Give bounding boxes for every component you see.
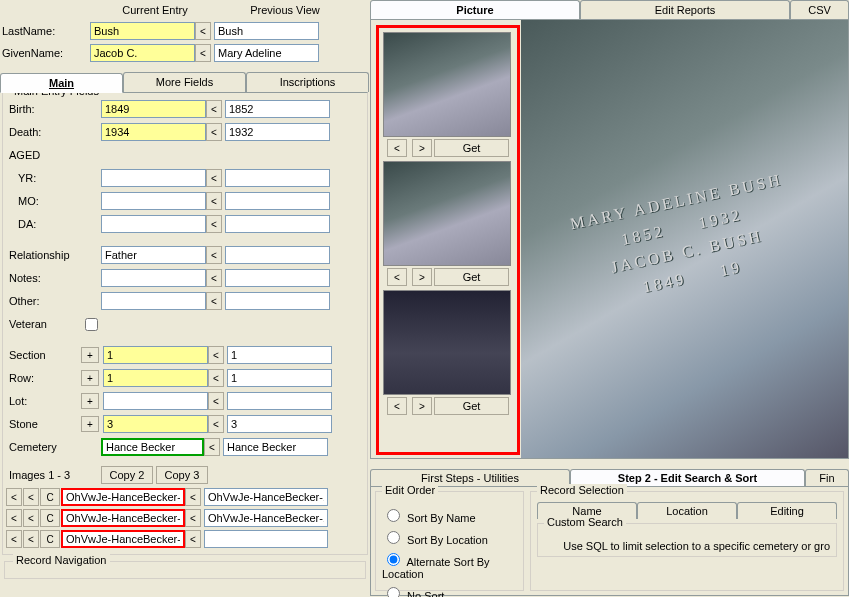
thumb3-prev-button[interactable]: < [387, 397, 407, 415]
givenname-current-input[interactable] [90, 44, 195, 62]
thumb2-next-button[interactable]: > [412, 268, 432, 286]
birth-current-input[interactable] [101, 100, 206, 118]
cemetery-current-input[interactable] [101, 438, 204, 456]
img1-current-input[interactable] [61, 488, 185, 506]
da-copy-button[interactable]: < [206, 215, 222, 233]
cemetery-prev-input[interactable] [223, 438, 328, 456]
tab-edit-reports[interactable]: Edit Reports [580, 0, 790, 19]
radio-sort-by-name[interactable]: Sort By Name [382, 506, 517, 524]
tab-editing[interactable]: Editing [737, 502, 837, 519]
stone-prev-input[interactable] [227, 415, 332, 433]
stone-plus-button[interactable]: + [81, 416, 99, 432]
img1-lt1-button[interactable]: < [6, 488, 22, 506]
veteran-checkbox[interactable] [85, 318, 98, 331]
radio-sort-by-location[interactable]: Sort By Location [382, 528, 517, 546]
tab-inscriptions[interactable]: Inscriptions [246, 72, 369, 92]
img3-prev-input[interactable] [204, 530, 328, 548]
mo-prev-input[interactable] [225, 192, 330, 210]
record-selection-title: Record Selection [537, 484, 627, 496]
other-current-input[interactable] [101, 292, 206, 310]
birth-copy-button[interactable]: < [206, 100, 222, 118]
img1-lt2-button[interactable]: < [23, 488, 39, 506]
relationship-prev-input[interactable] [225, 246, 330, 264]
section-prev-input[interactable] [227, 346, 332, 364]
tab-fin[interactable]: Fin [805, 469, 849, 486]
copy2-button[interactable]: Copy 2 [101, 466, 153, 484]
lot-plus-button[interactable]: + [81, 393, 99, 409]
thumb1-next-button[interactable]: > [412, 139, 432, 157]
tab-csv[interactable]: CSV [790, 0, 849, 19]
radio-alternate-sort[interactable]: Alternate Sort By Location [382, 550, 517, 580]
thumb3-next-button[interactable]: > [412, 397, 432, 415]
section-copy-button[interactable]: < [208, 346, 224, 364]
relationship-copy-button[interactable]: < [206, 246, 222, 264]
img3-c-button[interactable]: C [40, 530, 60, 548]
givenname-copy-button[interactable]: < [195, 44, 211, 62]
death-copy-button[interactable]: < [206, 123, 222, 141]
row-copy-button[interactable]: < [208, 369, 224, 387]
death-current-input[interactable] [101, 123, 206, 141]
relationship-current-input[interactable] [101, 246, 206, 264]
stone-current-input[interactable] [103, 415, 208, 433]
mo-copy-button[interactable]: < [206, 192, 222, 210]
img2-copy-button[interactable]: < [185, 509, 201, 527]
thumbnail-1[interactable] [383, 32, 511, 137]
givenname-prev-input[interactable] [214, 44, 319, 62]
cemetery-copy-button[interactable]: < [204, 438, 220, 456]
row-prev-input[interactable] [227, 369, 332, 387]
lastname-prev-input[interactable] [214, 22, 319, 40]
img2-prev-input[interactable] [204, 509, 328, 527]
thumbnail-3[interactable] [383, 290, 511, 395]
thumbnail-2[interactable] [383, 161, 511, 266]
img3-copy-button[interactable]: < [185, 530, 201, 548]
lastname-copy-button[interactable]: < [195, 22, 211, 40]
yr-prev-input[interactable] [225, 169, 330, 187]
gravestone-engraving: MARY ADELINE BUSH 1852 1932 JACOB C. BUS… [568, 166, 801, 311]
yr-current-input[interactable] [101, 169, 206, 187]
notes-copy-button[interactable]: < [206, 269, 222, 287]
notes-prev-input[interactable] [225, 269, 330, 287]
section-plus-button[interactable]: + [81, 347, 99, 363]
img2-current-input[interactable] [61, 509, 185, 527]
label-lot: Lot: [6, 393, 81, 409]
thumb2-prev-button[interactable]: < [387, 268, 407, 286]
other-copy-button[interactable]: < [206, 292, 222, 310]
thumb2-get-button[interactable]: Get [434, 268, 509, 286]
section-current-input[interactable] [103, 346, 208, 364]
img2-lt1-button[interactable]: < [6, 509, 22, 527]
img2-c-button[interactable]: C [40, 509, 60, 527]
img1-prev-input[interactable] [204, 488, 328, 506]
thumb3-get-button[interactable]: Get [434, 397, 509, 415]
notes-current-input[interactable] [101, 269, 206, 287]
da-current-input[interactable] [101, 215, 206, 233]
lot-current-input[interactable] [103, 392, 208, 410]
lastname-current-input[interactable] [90, 22, 195, 40]
lot-prev-input[interactable] [227, 392, 332, 410]
lot-copy-button[interactable]: < [208, 392, 224, 410]
other-prev-input[interactable] [225, 292, 330, 310]
header-previous: Previous View [220, 2, 350, 18]
mo-current-input[interactable] [101, 192, 206, 210]
row-plus-button[interactable]: + [81, 370, 99, 386]
tab-picture[interactable]: Picture [370, 0, 580, 19]
tab-more-fields[interactable]: More Fields [123, 72, 246, 92]
yr-copy-button[interactable]: < [206, 169, 222, 187]
thumb1-get-button[interactable]: Get [434, 139, 509, 157]
copy3-button[interactable]: Copy 3 [156, 466, 208, 484]
stone-copy-button[interactable]: < [208, 415, 224, 433]
img3-current-input[interactable] [61, 530, 185, 548]
label-da: DA: [6, 216, 81, 232]
img3-lt1-button[interactable]: < [6, 530, 22, 548]
tab-location[interactable]: Location [637, 502, 737, 519]
radio-no-sort[interactable]: No Sort [382, 584, 517, 597]
birth-prev-input[interactable] [225, 100, 330, 118]
death-prev-input[interactable] [225, 123, 330, 141]
img1-c-button[interactable]: C [40, 488, 60, 506]
row-current-input[interactable] [103, 369, 208, 387]
img1-copy-button[interactable]: < [185, 488, 201, 506]
img3-lt2-button[interactable]: < [23, 530, 39, 548]
img2-lt2-button[interactable]: < [23, 509, 39, 527]
thumb1-prev-button[interactable]: < [387, 139, 407, 157]
da-prev-input[interactable] [225, 215, 330, 233]
tab-main[interactable]: Main [0, 73, 123, 93]
